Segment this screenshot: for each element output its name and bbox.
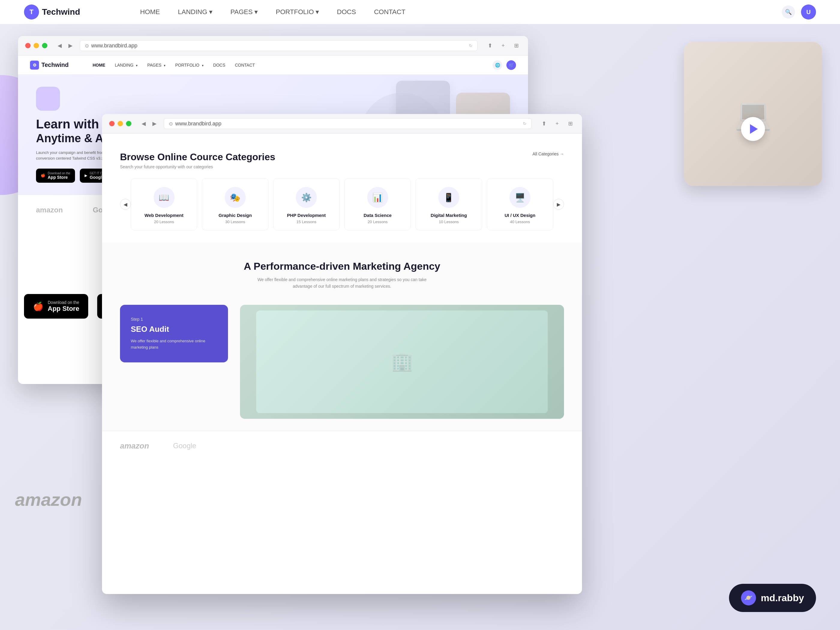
ui-ux-name: UI / UX Design	[505, 213, 535, 218]
browser-1-forward-button[interactable]: ▶	[66, 41, 75, 50]
browser-1-dots	[25, 43, 47, 48]
outer-user-avatar[interactable]: U	[801, 5, 816, 19]
browser-2-add-tab-icon[interactable]: +	[553, 119, 562, 128]
digital-marketing-icon: 📱	[444, 193, 454, 202]
hero-learn-with: Learn with	[36, 117, 103, 131]
outer-appstore-button[interactable]: 🍎 Download on the App Store	[24, 294, 88, 319]
outer-appstore-small-text: Download on the	[48, 300, 79, 305]
mdrabby-badge[interactable]: 🪐 md.rabby	[729, 584, 816, 612]
category-card-data-science[interactable]: 📊 Data Science 20 Lessons	[344, 178, 411, 231]
browser-2-toolbar: ◀ ▶ ⊙ www.brandbird.app ↻ ⬆ + ⊞	[102, 114, 582, 134]
outer-appstore-big-text: App Store	[48, 305, 79, 313]
outer-nav-links: HOME LANDING ▾ PAGES ▾ PORTFOLIO ▾ DOCS …	[140, 8, 405, 16]
browser-2-reload-icon: ↻	[523, 121, 526, 126]
outer-nav-item-docs[interactable]: DOCS	[337, 8, 356, 16]
b1-cart-icon[interactable]: 🛒	[507, 60, 516, 70]
browser-2-share-icon[interactable]: ⬆	[539, 119, 548, 128]
category-card-graphic-design[interactable]: 🎭 Graphic Design 30 Lessons	[202, 178, 268, 231]
carousel-next-button[interactable]: ▶	[553, 199, 564, 210]
category-card-php-development[interactable]: ⚙️ PHP Development 15 Lessons	[273, 178, 339, 231]
hero-appstore-button[interactable]: 🍎 Download on the App Store	[36, 169, 75, 183]
browser-2-url-text: www.brandbird.app	[175, 121, 221, 127]
outer-nav-item-home[interactable]: HOME	[140, 8, 160, 16]
category-card-digital-marketing[interactable]: 📱 Digital Marketing 10 Lessons	[415, 178, 482, 231]
browser-maximize-dot[interactable]	[42, 43, 47, 48]
b1-globe-icon[interactable]: 🌐	[493, 60, 502, 70]
browser-1-toolbar: ◀ ▶ ⊙ www.brandbird.app ↻ ⬆ + ⊞	[18, 36, 528, 55]
browser-2-back-button[interactable]: ◀	[139, 119, 148, 128]
browser-minimize-dot[interactable]	[33, 43, 39, 48]
browser-1-logo-text: Techwind	[41, 62, 69, 68]
browser-1-url-text: www.brandbird.app	[91, 43, 137, 49]
outer-nav-item-pages[interactable]: PAGES ▾	[231, 8, 258, 16]
hero-appstore-small: Download on the	[48, 172, 70, 175]
browser-2-forward-button[interactable]: ▶	[150, 119, 159, 128]
browser-2-tabs-icon[interactable]: ⊞	[566, 119, 575, 128]
hero-badge-decoration	[36, 87, 60, 111]
browser-1-site-nav: ⚙ Techwind HOME LANDING ▾ PAGES ▾ PORTFO…	[18, 55, 528, 75]
play-button[interactable]	[741, 117, 765, 141]
web-dev-lessons: 20 Lessons	[154, 219, 174, 224]
browser-2-brands: amazon Google	[102, 431, 582, 461]
b1-nav-landing[interactable]: LANDING ▾	[115, 62, 138, 68]
browser-1-url-bar[interactable]: ⊙ www.brandbird.app ↻	[80, 40, 478, 51]
play-icon: ▶	[85, 174, 87, 178]
outer-navigation: T Techwind HOME LANDING ▾ PAGES ▾ PORTFO…	[0, 0, 840, 24]
categories-subtitle: Search your future opportunity with our …	[120, 164, 275, 169]
url-2-lock-icon: ⊙	[169, 121, 173, 126]
data-science-icon-circle: 📊	[367, 187, 388, 208]
browser-2-nav-buttons: ◀ ▶	[139, 119, 159, 128]
web-dev-name: Web Development	[145, 213, 183, 218]
b1-nav-home[interactable]: HOME	[93, 62, 105, 68]
digital-marketing-name: Digital Marketing	[431, 213, 467, 218]
browser-1-tabs-icon[interactable]: ⊞	[512, 41, 521, 50]
b1-nav-portfolio[interactable]: PORTFOLIO ▾	[175, 62, 204, 68]
graphic-design-name: Graphic Design	[219, 213, 252, 218]
carousel-prev-button[interactable]: ◀	[120, 199, 131, 210]
ui-ux-lessons: 40 Lessons	[510, 219, 530, 224]
data-science-name: Data Science	[363, 213, 392, 218]
step-1-label: Step 1	[131, 317, 217, 322]
browser-2-maximize-dot[interactable]	[126, 121, 131, 126]
marketing-section: A Performance-driven Marketing Agency We…	[102, 242, 582, 431]
outer-search-icon[interactable]: 🔍	[782, 5, 795, 19]
browser-close-dot[interactable]	[25, 43, 31, 48]
outer-logo-text: Techwind	[42, 7, 80, 17]
right-card-content: 💻	[684, 42, 822, 186]
browser-1-reload-icon: ↻	[469, 43, 472, 48]
outer-nav-item-contact[interactable]: CONTACT	[374, 8, 406, 16]
browser-1-share-icon[interactable]: ⬆	[485, 41, 494, 50]
b1-nav-docs[interactable]: DOCS	[213, 62, 225, 68]
category-card-web-development[interactable]: 📖 Web Development 20 Lessons	[131, 178, 197, 231]
outer-nav-right: 🔍 U	[782, 5, 816, 19]
b1-nav-pages[interactable]: PAGES ▾	[147, 62, 166, 68]
outer-nav-item-landing[interactable]: LANDING ▾	[178, 8, 212, 16]
marketing-office-image: 🏢	[240, 305, 564, 419]
graphic-design-icon: 🎭	[230, 193, 240, 202]
digital-marketing-icon-circle: 📱	[438, 187, 459, 208]
browser-2-url-bar[interactable]: ⊙ www.brandbird.app ↻	[164, 118, 532, 129]
browser-1-add-tab-icon[interactable]: +	[499, 41, 508, 50]
browser-2-close-dot[interactable]	[109, 121, 115, 126]
browser-1-actions: ⬆ + ⊞	[485, 41, 521, 50]
apple-icon: 🍎	[41, 174, 45, 178]
b1-nav-contact[interactable]: CONTACT	[235, 62, 255, 68]
outer-logo[interactable]: T Techwind	[24, 5, 80, 19]
b2-amazon-logo: amazon	[120, 441, 149, 451]
browser-1-site-logo[interactable]: ⚙ Techwind	[30, 61, 69, 69]
browser-1-nav-buttons: ◀ ▶	[55, 41, 75, 50]
browser-2-dots	[109, 121, 131, 126]
outer-nav-item-portfolio[interactable]: PORTFOLIO ▾	[276, 8, 319, 16]
all-categories-link[interactable]: All Categories →	[532, 152, 564, 156]
php-dev-icon-circle: ⚙️	[296, 187, 317, 208]
mdrabby-planet-icon: 🪐	[741, 591, 756, 605]
outer-logo-icon: T	[24, 5, 39, 19]
category-card-ui-ux[interactable]: 🖥️ UI / UX Design 40 Lessons	[487, 178, 553, 231]
browser-1-logo-icon: ⚙	[30, 61, 39, 69]
steps-row: Step 1 SEO Audit We offer flexible and c…	[120, 305, 564, 419]
browser-1-site-nav-right: 🌐 🛒	[493, 60, 516, 70]
php-dev-lessons: 15 Lessons	[297, 219, 316, 224]
browser-2-minimize-dot[interactable]	[118, 121, 123, 126]
browser-1-back-button[interactable]: ◀	[55, 41, 64, 50]
data-science-lessons: 20 Lessons	[368, 219, 388, 224]
